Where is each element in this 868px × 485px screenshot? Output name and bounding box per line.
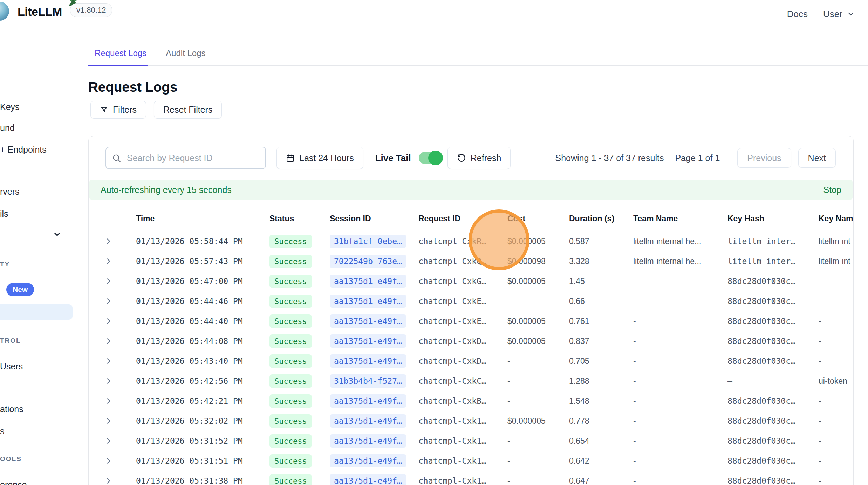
live-tail-toggle[interactable] [419,152,440,164]
log-table-body: 01/13/2026 05:58:44 PMSuccess31bfa1cf-0e… [89,231,854,485]
table-row[interactable]: 01/13/2026 05:44:40 PMSuccessaa1375d1-e4… [89,311,854,331]
expand-row-button[interactable] [89,411,136,431]
refresh-button[interactable]: Refresh [447,147,511,169]
expand-row-button[interactable] [89,431,136,451]
expand-row-button[interactable] [89,291,136,311]
cell-key-name: litellm-int [819,231,854,251]
calendar-icon [286,154,295,162]
docs-link[interactable]: Docs [787,9,808,20]
expand-row-button[interactable] [89,311,136,331]
cell-time: 01/13/2026 05:31:51 PM [136,451,269,471]
funnel-icon [100,105,108,114]
next-page-button[interactable]: Next [798,148,836,168]
expand-row-button[interactable] [89,471,136,485]
table-row[interactable]: 01/13/2026 05:44:46 PMSuccessaa1375d1-e4… [89,291,854,311]
cell-cost: - [507,431,569,451]
cell-team-name: litellm-internal-he... [633,251,727,271]
expand-row-button[interactable] [89,331,136,351]
table-row[interactable]: 01/13/2026 05:43:40 PMSuccessaa1375d1-e4… [89,351,854,371]
session-id-link[interactable]: aa1375d1-e49f… [330,314,406,328]
status-badge: Success [269,414,312,428]
session-id-link[interactable]: aa1375d1-e49f… [330,434,406,448]
tab-audit-logs[interactable]: Audit Logs [166,48,205,65]
expand-row-button[interactable] [89,271,136,291]
session-id-link[interactable]: aa1375d1-e49f… [330,394,406,408]
stop-auto-refresh-button[interactable]: Stop [823,185,841,195]
top-bar: LiteLLM v1.80.12 Docs User [0,0,868,28]
cell-request-id: chatcmpl-CxkQ… [418,251,507,271]
expand-row-button[interactable] [89,231,136,251]
sidebar-item-users[interactable]: Users [0,361,23,372]
search-box[interactable] [105,147,266,169]
sidebar-item-models-endpoints[interactable]: + Endpoints [0,145,47,155]
cell-status: Success [269,291,330,311]
cell-request-id: chatcmpl-CxkD… [418,331,507,351]
expand-row-button[interactable] [89,351,136,371]
cell-cost: - [507,451,569,471]
logs-table-wrap: Time Status Session ID Request ID Cost D… [89,210,853,485]
sidebar-item-inference[interactable]: erence [0,480,27,485]
table-row[interactable]: 01/13/2026 05:42:21 PMSuccessaa1375d1-e4… [89,391,854,411]
filters-button[interactable]: Filters [90,101,146,119]
table-header-row: Time Status Session ID Request ID Cost D… [89,210,854,231]
cell-key-hash: 88dc28d0f030c… [727,471,819,485]
sidebar-item-virtual-keys[interactable]: Keys [0,102,20,112]
reset-filters-button[interactable]: Reset Filters [154,101,222,119]
tab-request-logs[interactable]: Request Logs [88,48,148,66]
col-key-hash: Key Hash [727,210,819,231]
session-id-link[interactable]: aa1375d1-e49f… [330,454,406,467]
col-status: Status [269,210,330,231]
expand-row-button[interactable] [89,391,136,411]
sidebar-section-tools: OOLS [0,455,22,463]
table-row[interactable]: 01/13/2026 05:57:43 PMSuccess7022549b-76… [89,251,854,271]
expand-row-button[interactable] [89,251,136,271]
table-row[interactable]: 01/13/2026 05:32:02 PMSuccessaa1375d1-e4… [89,411,854,431]
cell-key-name: - [819,451,854,471]
table-row[interactable]: 01/13/2026 05:44:08 PMSuccessaa1375d1-e4… [89,331,854,351]
table-row[interactable]: 01/13/2026 05:31:38 PMSuccessaa1375d1-e4… [89,471,854,485]
table-row[interactable]: 01/13/2026 05:31:52 PMSuccessaa1375d1-e4… [89,431,854,451]
col-time: Time [136,210,269,231]
sidebar-item-teams[interactable]: s [0,426,5,436]
cell-time: 01/13/2026 05:58:44 PM [136,231,269,251]
sidebar-item-organizations[interactable]: ations [0,404,23,414]
brand-title[interactable]: LiteLLM [18,5,62,19]
auto-refresh-message: Auto-refreshing every 15 seconds [101,185,232,195]
table-row[interactable]: 01/13/2026 05:31:51 PMSuccessaa1375d1-e4… [89,451,854,471]
cell-time: 01/13/2026 05:57:43 PM [136,251,269,271]
status-badge: Success [269,295,312,308]
cell-key-hash: 88dc28d0f030c… [727,411,819,431]
search-input[interactable] [126,153,260,164]
session-id-link[interactable]: aa1375d1-e49f… [330,334,406,348]
session-id-link[interactable]: aa1375d1-e49f… [330,275,406,288]
user-menu[interactable]: User [823,9,855,20]
sidebar-item-playground[interactable]: und [0,123,15,133]
cell-session-id: aa1375d1-e49f… [330,331,418,351]
session-id-link[interactable]: 31bfa1cf-0ebe… [330,235,406,248]
sidebar-collapse-chevron-down-icon[interactable] [53,230,62,239]
table-row[interactable]: 01/13/2026 05:58:44 PMSuccess31bfa1cf-0e… [89,231,854,251]
sidebar-item-mcp-servers[interactable]: rvers [0,187,20,197]
session-id-link[interactable]: aa1375d1-e49f… [330,414,406,428]
cell-cost: $0.000005 [507,231,569,251]
cell-team-name: - [633,471,727,485]
table-row[interactable]: 01/13/2026 05:47:00 PMSuccessaa1375d1-e4… [89,271,854,291]
cell-request-id: chatcmpl-CxkC… [418,371,507,391]
expand-row-button[interactable] [89,451,136,471]
cell-status: Success [269,271,330,291]
session-id-link[interactable]: 7022549b-763e… [330,255,406,268]
sidebar-item-logs-active[interactable] [0,304,73,320]
cell-status: Success [269,411,330,431]
cell-duration: 0.587 [569,231,633,251]
session-id-link[interactable]: aa1375d1-e49f… [330,295,406,308]
expand-row-button[interactable] [89,371,136,391]
cell-request-id: chatcmpl-CxkB… [418,391,507,411]
session-id-link[interactable]: 31b3b4b4-f527… [330,374,406,388]
session-id-link[interactable]: aa1375d1-e49f… [330,354,406,368]
time-range-button[interactable]: Last 24 Hours [276,147,363,169]
previous-page-button[interactable]: Previous [737,148,791,168]
table-row[interactable]: 01/13/2026 05:42:56 PMSuccess31b3b4b4-f5… [89,371,854,391]
cell-status: Success [269,311,330,331]
sidebar-item-guardrails[interactable]: ils [0,209,8,219]
session-id-link[interactable]: aa1375d1-e49f… [330,474,406,485]
